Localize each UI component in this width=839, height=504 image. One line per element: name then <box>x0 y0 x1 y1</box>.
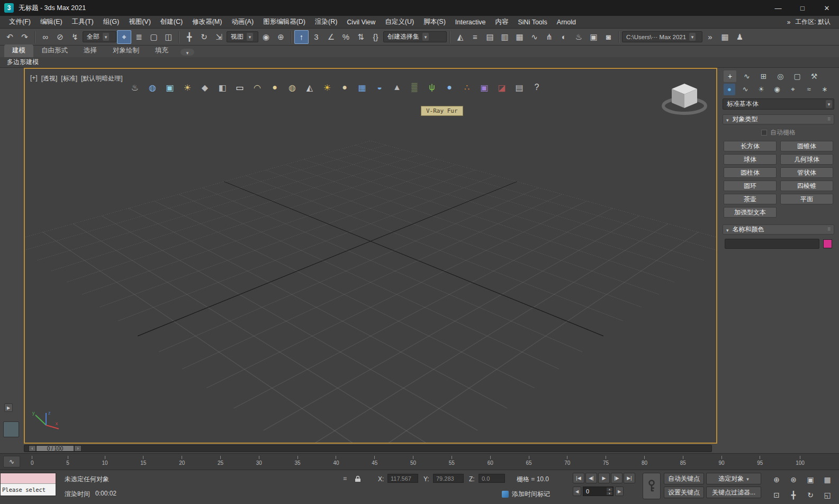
perspective-viewport[interactable]: [+][透视][标准][默认明暗处理] ♨◍▣☀◆◧▭◠●◍◭☀●▦◒▲▒ψ●∴… <box>24 68 717 444</box>
vray-light-dome-icon[interactable]: ◠ <box>251 80 264 94</box>
menu-item[interactable]: 视图(V) <box>124 17 156 26</box>
primitive-button[interactable]: 茶壶 <box>724 194 777 204</box>
selection-lock-toggle-icon[interactable] <box>353 473 363 484</box>
keyboard-shortcut-override-icon[interactable]: ↑ <box>294 30 309 44</box>
vray-last-vfb-icon[interactable]: ▣ <box>164 80 176 94</box>
menu-overflow-icon[interactable]: » <box>787 19 791 26</box>
name-and-color-rollout-header[interactable]: 名称和颜色 ⠿ <box>723 224 834 235</box>
character-helper-icon[interactable]: ♟ <box>733 30 747 44</box>
menu-item[interactable]: 图形编辑器(D) <box>258 17 310 26</box>
vray-light-plane-icon[interactable]: ▭ <box>233 80 246 94</box>
align-icon[interactable]: ≡ <box>468 30 482 44</box>
time-slider-handle[interactable]: ‹ 0 / 100 › <box>29 445 82 452</box>
maxscript-mini-listener[interactable]: Please select <box>0 473 56 496</box>
menu-item[interactable]: 渲染(R) <box>310 17 342 26</box>
key-filter-scope-combo[interactable]: 选定对象 <box>706 473 761 484</box>
ribbon-toggle-icon[interactable]: ▦ <box>512 30 527 44</box>
curve-editor-icon[interactable]: ∿ <box>527 30 542 44</box>
previous-frame-nub[interactable]: ‹ <box>29 445 36 452</box>
modify-tab[interactable]: ∿ <box>741 70 753 82</box>
minimize-button[interactable]: — <box>766 0 790 16</box>
add-time-tag[interactable]: 添加时间标记 <box>502 490 550 499</box>
select-and-link-icon[interactable]: ∞ <box>38 30 52 44</box>
vray-light-ies-icon[interactable]: ◭ <box>303 80 316 94</box>
vray-scene-converter-icon[interactable]: ▤ <box>513 80 526 94</box>
ribbon-tab[interactable]: 选择 <box>76 44 105 57</box>
primitive-button[interactable]: 四棱锥 <box>780 181 833 191</box>
menu-item[interactable]: 脚本(S) <box>419 17 450 26</box>
previous-frame-button[interactable]: ◀| <box>585 473 597 483</box>
zoom-all-button[interactable]: ⊛ <box>786 472 801 487</box>
primitive-button[interactable]: 几何球体 <box>780 154 833 165</box>
mini-curve-editor-button[interactable]: ∿ <box>3 456 20 467</box>
vray-light-lister-icon[interactable]: ☀ <box>181 80 194 94</box>
transform-gizmo-toggle-icon[interactable]: ⌗ <box>340 473 350 484</box>
viewcube[interactable] <box>661 78 708 123</box>
primitive-category-combo[interactable]: 标准基本体 <box>723 98 834 110</box>
select-object-icon[interactable]: ⌖ <box>117 30 131 44</box>
toolbar-overflow-icon[interactable]: » <box>703 30 717 44</box>
play-button[interactable]: ▶ <box>598 473 610 483</box>
viewport-label-segment[interactable]: [透视] <box>41 74 58 83</box>
object-name-input[interactable] <box>725 239 819 249</box>
vray-displacement-icon[interactable]: ▒ <box>408 80 421 94</box>
object-type-rollout-header[interactable]: 对象类型 ⠿ <box>723 114 834 124</box>
menu-item[interactable]: Arnold <box>552 19 581 26</box>
edit-named-selection-sets-icon[interactable]: {} <box>368 30 383 44</box>
menu-item[interactable]: 动画(A) <box>227 17 258 26</box>
ribbon-tab[interactable]: 填充 <box>147 44 176 57</box>
use-pivot-point-center-icon[interactable]: ◉ <box>259 30 273 44</box>
render-production-icon[interactable]: ◙ <box>601 30 616 44</box>
menu-item[interactable]: 修改器(M) <box>187 17 227 26</box>
bind-to-space-warp-icon[interactable]: ↯ <box>68 30 82 44</box>
menu-item[interactable]: 内容 <box>491 17 513 26</box>
chevron-down-icon[interactable] <box>746 475 749 482</box>
window-crossing-toggle-icon[interactable]: ◫ <box>161 30 176 44</box>
zoom-region-button[interactable]: ⊡ <box>769 488 784 502</box>
vray-clipper-icon[interactable]: ◪ <box>495 80 508 94</box>
geometry-category[interactable]: ● <box>724 84 735 95</box>
undo-icon[interactable]: ↶ <box>3 30 17 44</box>
y-coord-field[interactable]: 79.283 <box>433 474 464 483</box>
lights-category[interactable]: ☀ <box>755 84 767 95</box>
scene-explorer-icon[interactable]: ▤ <box>483 30 497 44</box>
current-frame-field[interactable]: 0 ▲▼ <box>583 487 614 496</box>
hierarchy-tab[interactable]: ⊞ <box>757 70 770 82</box>
select-and-manipulate-icon[interactable]: ⊕ <box>274 30 288 44</box>
cameras-category[interactable]: ◉ <box>771 84 783 95</box>
chevron-down-icon[interactable] <box>826 100 832 108</box>
create-tab[interactable]: + <box>724 70 736 82</box>
menu-item[interactable]: 组(G) <box>98 17 124 26</box>
display-tab[interactable]: ▢ <box>791 70 804 82</box>
rendered-frame-window-icon[interactable]: ▣ <box>587 30 601 44</box>
primitive-button[interactable]: 长方体 <box>724 141 777 151</box>
vray-light-mesh-icon[interactable]: ◍ <box>286 80 299 94</box>
primitive-button[interactable]: 加强型文本 <box>724 207 777 218</box>
go-to-start-button[interactable]: |◀ <box>573 473 584 483</box>
shapes-category[interactable]: ∿ <box>739 84 751 95</box>
named-selection-set-combo[interactable]: 创建选择集 <box>383 31 447 42</box>
chevron-down-icon[interactable] <box>422 33 429 41</box>
menu-item[interactable]: 工具(T) <box>67 17 98 26</box>
select-and-move-icon[interactable]: ╋ <box>182 30 196 44</box>
chevron-down-icon[interactable] <box>247 33 253 41</box>
primitive-button[interactable]: 圆柱体 <box>724 167 777 178</box>
auto-key-button[interactable]: 自动关键点 <box>664 473 704 484</box>
previous-key-button[interactable]: ◀ <box>573 487 581 496</box>
space-warps-category[interactable]: ≈ <box>803 84 815 95</box>
next-frame-nub[interactable]: › <box>74 445 82 452</box>
time-slider-track[interactable]: ‹ 0 / 100 › <box>24 445 712 452</box>
primitive-button[interactable]: 圆环 <box>724 181 777 191</box>
vray-infinite-plane-icon[interactable]: ▦ <box>356 80 368 94</box>
vray-environment-fog-icon[interactable]: ◒ <box>373 80 386 94</box>
percent-snap-icon[interactable]: % <box>339 30 353 44</box>
unlink-selection-icon[interactable]: ⊘ <box>53 30 67 44</box>
vray-render-icon[interactable]: ♨ <box>129 80 141 94</box>
menu-item[interactable]: 自定义(U) <box>380 17 419 26</box>
vray-instancer-icon[interactable]: ∴ <box>461 80 473 94</box>
spinner-snap-icon[interactable]: ⇅ <box>354 30 368 44</box>
menu-item[interactable]: Civil View <box>342 19 380 26</box>
reference-coordinate-combo[interactable]: 视图 <box>227 31 258 42</box>
ribbon-tab[interactable]: 建模 <box>4 44 33 57</box>
set-key-button[interactable]: 设置关键点 <box>664 487 704 498</box>
